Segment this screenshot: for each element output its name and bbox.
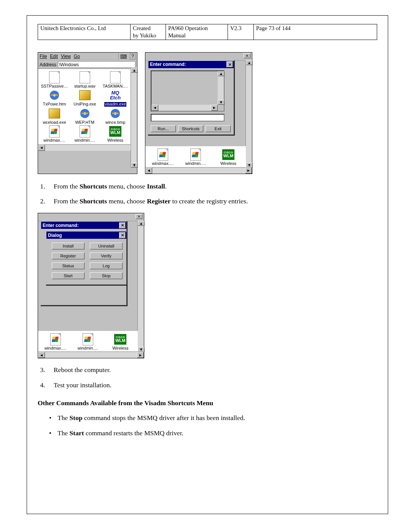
file-item[interactable]: TxPowe.htm <box>40 89 69 107</box>
section-heading: Other Commands Available from the Visadm… <box>38 398 377 408</box>
app-icon <box>79 90 91 100</box>
close-icon[interactable]: ✕ <box>226 61 233 67</box>
uninstall-button[interactable]: Uninstall <box>90 243 123 249</box>
file-item[interactable]: CISCOWLMWireless <box>105 333 136 351</box>
enter-command-dialog: Enter command: ✕ ▲▼ ◄► Run... Shortcuts … <box>148 60 234 135</box>
file-item[interactable]: SSTPassive… <box>40 71 69 89</box>
wlm-icon: CISCOWLM <box>109 126 121 137</box>
scroll-down-icon[interactable]: ▼ <box>131 163 138 168</box>
stop-button[interactable]: Stop <box>90 272 123 279</box>
file-grid-bg: windmax.… windmin.… CISCOWLMWireless <box>38 331 138 352</box>
horizontal-scrollbar[interactable]: ◄ ► <box>38 144 137 151</box>
command-input[interactable] <box>151 114 225 121</box>
shortcuts-dialog: Dialog✕ Install Uninstall Register Verif… <box>46 231 127 285</box>
file-item[interactable]: WEP.HTM <box>70 107 100 125</box>
exit-button[interactable]: Exit <box>206 125 231 132</box>
hdr-version: V2.3 <box>228 24 254 40</box>
dialog-title: Enter command: <box>150 62 186 67</box>
shortcuts-grid: Install Uninstall Register Verify Status… <box>46 239 126 284</box>
file-item[interactable]: windmin.… <box>70 125 100 143</box>
address-bar: Address <box>38 61 137 69</box>
horizontal-scrollbar[interactable]: ◄► <box>151 105 218 111</box>
screenshot-enter-command: ✕ ▲ ▼ windmax.… windmin.… CISCOWLMWirele… <box>145 52 252 174</box>
file-item[interactable]: windmax.… <box>40 333 71 351</box>
file-item[interactable]: CISCOWLMWireless <box>212 149 244 166</box>
keyboard-icon[interactable]: ⌨ <box>118 54 127 59</box>
body-text: Reboot the computer. Test your installat… <box>38 365 377 438</box>
start-button[interactable]: Start <box>52 272 84 279</box>
close-icon[interactable]: ✕ <box>119 222 126 228</box>
scroll-left-icon[interactable]: ◄ <box>145 168 152 174</box>
close-icon[interactable]: ✕ <box>135 214 142 219</box>
horizontal-scrollbar[interactable]: ◄► <box>38 351 144 358</box>
close-icon[interactable]: ✕ <box>119 232 126 238</box>
menu-go[interactable]: Go <box>74 54 80 59</box>
steps-list-b: Reboot the computer. Test your installat… <box>47 365 377 390</box>
scroll-up-icon[interactable]: ▲ <box>131 68 138 73</box>
menubar-partial <box>145 53 252 61</box>
file-item[interactable]: wince.bmp <box>100 107 130 125</box>
shortcuts-button[interactable]: Shortcuts <box>178 125 203 132</box>
file-item[interactable]: startup.wav <box>70 71 100 89</box>
menubar: File Edit View Go ⌨ ? <box>38 53 137 61</box>
hdr-created: Created by Yukiko <box>131 24 166 40</box>
file-item[interactable]: wceload.exe <box>40 107 69 125</box>
hdr-doc: PA960 Operation Manual <box>166 24 228 40</box>
bullet-list: The Stop command stops the MSMQ driver a… <box>47 413 377 438</box>
register-button[interactable]: Register <box>52 252 84 259</box>
vertical-scrollbar[interactable]: ▲ ▼ <box>131 68 137 168</box>
menu-view[interactable]: View <box>61 54 71 59</box>
steps-list-a: From the Shortcuts menu, choose Install.… <box>47 182 377 206</box>
install-button[interactable]: Install <box>52 243 84 249</box>
screenshot-row-1: File Edit View Go ⌨ ? Address SSTPassive… <box>38 52 377 174</box>
scroll-left-icon[interactable]: ◄ <box>38 145 45 151</box>
dialog-title: Enter command: <box>43 223 79 228</box>
menu-file[interactable]: File <box>40 54 47 59</box>
scroll-up-icon[interactable]: ▲ <box>246 60 253 65</box>
screenshot-shortcuts-dialog: ✕ ▲▼ windmax.… windmin.… CISCOWLMWireles… <box>38 213 144 358</box>
file-item[interactable]: windmin.… <box>180 149 212 166</box>
hdr-company: Unitech Electronics Co., Ltd <box>38 24 131 40</box>
address-label: Address <box>40 62 56 67</box>
file-item[interactable]: windmin.… <box>72 333 104 351</box>
bullet-item: The Start command restarts the MSMQ driv… <box>47 428 377 438</box>
address-input[interactable] <box>58 61 135 68</box>
mq-icon: MQ Etch <box>109 90 121 100</box>
file-item[interactable]: windmax.… <box>147 149 179 166</box>
file-grid-bg: windmax.… windmin.… CISCOWLMWireless <box>145 146 246 168</box>
document-page: Unitech Electronics Co., Ltd Created by … <box>27 15 388 514</box>
file-item[interactable]: UniPing.exe <box>70 89 100 107</box>
dialog-button-row: Run... Shortcuts Exit <box>151 125 231 132</box>
dialog-body: ▲▼ ◄► Run... Shortcuts Exit <box>148 68 234 134</box>
file-item[interactable]: windmax.… <box>40 125 69 143</box>
vertical-scrollbar[interactable]: ▲▼ <box>137 221 144 352</box>
dialog-titlebar: Enter command: ✕ <box>148 61 234 68</box>
menu-edit[interactable]: Edit <box>50 54 58 59</box>
verify-button[interactable]: Verify <box>90 252 123 259</box>
horizontal-scrollbar[interactable]: ◄► <box>145 167 252 174</box>
app-icon <box>49 109 60 118</box>
step-3: Reboot the computer. <box>47 365 377 375</box>
scroll-right-icon[interactable]: ► <box>245 168 252 174</box>
file-item[interactable]: TASKMAN.… <box>100 71 130 89</box>
ie-icon <box>50 91 59 100</box>
command-output: ▲▼ ◄► <box>151 70 225 112</box>
log-button[interactable]: Log <box>90 262 123 269</box>
header-table: Unitech Electronics Co., Ltd Created by … <box>38 24 377 40</box>
help-icon[interactable]: ? <box>130 53 135 59</box>
ie-icon <box>80 109 89 118</box>
vertical-scrollbar[interactable]: ▲▼ <box>218 71 224 105</box>
bullet-item: The Stop command stops the MSMQ driver a… <box>47 413 377 423</box>
wlm-icon: CISCOWLM <box>222 149 234 160</box>
step-4: Test your installation. <box>47 380 377 390</box>
vertical-scrollbar[interactable]: ▲ ▼ <box>245 60 252 168</box>
screenshot-explorer: File Edit View Go ⌨ ? Address SSTPassive… <box>38 52 137 174</box>
file-item-selected[interactable]: MQ Etchvisadm.exe <box>100 89 130 107</box>
status-button[interactable]: Status <box>52 262 84 269</box>
ie-icon <box>111 109 120 118</box>
dialog-title: Dialog <box>48 233 62 238</box>
run-button[interactable]: Run... <box>151 125 176 132</box>
file-item[interactable]: CISCOWLMWireless <box>100 125 130 143</box>
close-icon[interactable]: ✕ <box>244 53 250 58</box>
step-1: From the Shortcuts menu, choose Install. <box>47 182 377 191</box>
